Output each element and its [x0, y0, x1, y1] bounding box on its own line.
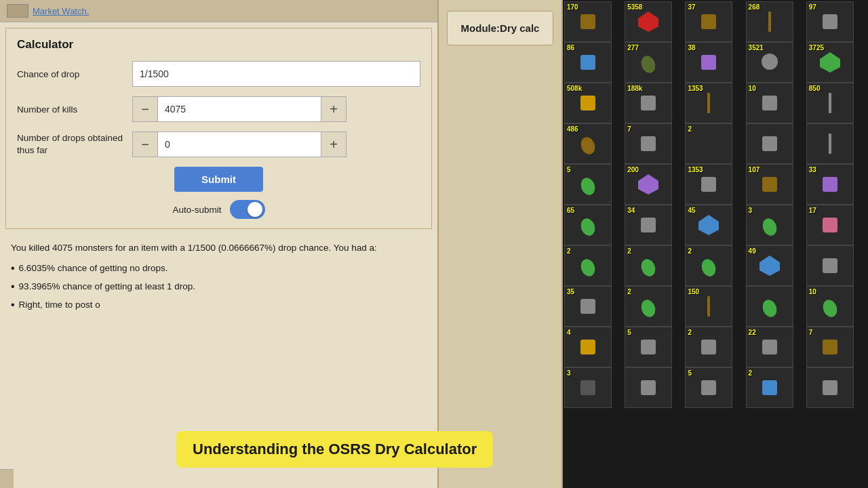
result-item-1: 6.6035% chance of getting no drops.	[11, 262, 427, 276]
item-cell: 38	[685, 42, 732, 83]
item-cell: 5358	[625, 1, 672, 42]
item-icon	[748, 369, 791, 406]
item-cell: 3521	[746, 42, 793, 83]
item-count: 7	[627, 125, 631, 133]
svg-rect-42	[701, 340, 716, 354]
item-count: 850	[809, 85, 821, 92]
item-cell: 4	[564, 327, 612, 367]
item-cell: 150	[685, 286, 732, 327]
svg-point-32	[700, 257, 719, 278]
item-icon	[627, 247, 670, 284]
item-cell	[746, 123, 793, 164]
svg-point-6	[639, 54, 658, 75]
item-cell: 10	[806, 286, 854, 327]
module-card: Module:Dry calc	[447, 11, 554, 45]
item-cell: 2	[685, 123, 732, 164]
item-cell: 33	[806, 164, 854, 205]
item-cell: 37	[685, 1, 732, 42]
calc-title: Calculator	[17, 38, 420, 52]
item-icon	[566, 329, 610, 365]
top-bar-icon	[7, 4, 28, 18]
item-count: 17	[809, 207, 816, 214]
item-cell: 97	[806, 1, 854, 42]
svg-rect-29	[823, 218, 837, 232]
submit-row: Submit Auto-submit	[17, 167, 420, 219]
item-cell	[625, 367, 672, 408]
svg-rect-5	[580, 55, 595, 70]
item-cell: 86	[564, 42, 612, 83]
svg-rect-44	[823, 340, 837, 354]
item-cell: 22	[746, 327, 793, 367]
item-count: 508k	[567, 85, 582, 92]
svg-marker-9	[820, 52, 840, 73]
svg-rect-35	[580, 299, 595, 314]
item-cell: 2	[685, 327, 732, 367]
item-cell: 2	[625, 286, 672, 327]
item-count: 2	[567, 247, 571, 255]
svg-rect-48	[762, 380, 777, 395]
item-count: 86	[567, 44, 574, 52]
bottom-page-bar	[0, 469, 14, 488]
kills-input[interactable]	[158, 96, 321, 122]
item-cell: 5	[564, 164, 612, 205]
chance-row: Chance of drop	[17, 61, 420, 87]
item-count: 5	[688, 369, 692, 377]
item-count: 107	[749, 166, 760, 174]
svg-marker-1	[638, 12, 658, 32]
main-panel: Market Watch. Calculator Chance of drop …	[0, 0, 437, 488]
svg-rect-45	[580, 380, 595, 395]
submit-button[interactable]: Submit	[174, 167, 263, 192]
item-cell: 1353	[685, 83, 732, 123]
item-count: 34	[627, 207, 635, 214]
autosubmit-label: Auto-submit	[172, 205, 221, 215]
item-cell: 5	[625, 327, 672, 367]
item-icon	[627, 329, 670, 365]
item-cell: 486	[564, 123, 612, 164]
svg-marker-27	[698, 215, 719, 235]
item-count: 49	[749, 247, 756, 255]
item-cell: 17	[806, 205, 854, 245]
item-count: 3725	[809, 44, 824, 52]
item-cell: 1353	[685, 164, 732, 205]
svg-point-30	[578, 257, 597, 278]
item-count: 2	[627, 247, 631, 255]
svg-rect-41	[641, 340, 656, 354]
result-item-3: Right, time to post o	[11, 298, 427, 312]
svg-point-8	[762, 54, 778, 70]
kills-label: Number of kills	[17, 104, 125, 115]
item-count: 5	[627, 329, 631, 336]
item-grid: 17053583726897862773835213725508k188k135…	[563, 0, 868, 409]
module-box: Module:Dry calc	[437, 0, 563, 488]
svg-point-39	[821, 298, 840, 319]
drops-increment-button[interactable]: +	[321, 131, 347, 157]
svg-rect-19	[829, 134, 831, 154]
market-watch-link[interactable]: Market Watch.	[33, 6, 89, 16]
item-cell: 34	[625, 205, 672, 245]
autosubmit-toggle[interactable]	[230, 200, 265, 219]
kills-decrement-button[interactable]: −	[132, 96, 158, 122]
svg-marker-33	[760, 256, 780, 276]
item-cell: 2	[746, 367, 793, 408]
item-icon	[687, 369, 730, 406]
item-icon	[627, 125, 670, 162]
svg-rect-3	[768, 12, 771, 32]
drops-input[interactable]	[158, 131, 321, 157]
item-cell: 7	[806, 327, 854, 367]
kills-increment-button[interactable]: +	[321, 96, 347, 122]
item-cell: 2	[564, 245, 612, 286]
svg-rect-43	[762, 340, 777, 354]
results-summary: You killed 4075 monsters for an item wit…	[11, 241, 427, 255]
item-cell: 3	[564, 367, 612, 408]
item-icon	[808, 125, 852, 162]
drops-decrement-button[interactable]: −	[132, 131, 158, 157]
item-cell: 49	[746, 245, 793, 286]
svg-rect-17	[701, 136, 716, 151]
result-item-2: 93.3965% chance of getting at least 1 dr…	[11, 280, 427, 294]
item-icon	[627, 369, 670, 406]
item-count: 65	[567, 207, 574, 214]
kills-stepper: − +	[132, 96, 347, 122]
chance-input[interactable]	[132, 61, 420, 87]
item-cell: 3725	[806, 42, 854, 83]
item-icon	[566, 247, 610, 284]
item-count: 4	[567, 329, 571, 336]
